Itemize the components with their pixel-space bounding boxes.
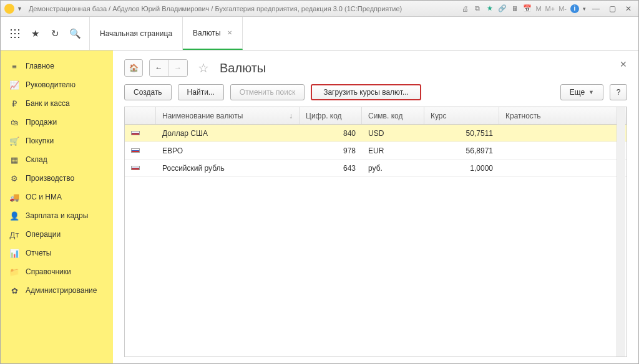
load-rates-button[interactable]: Загрузить курсы валют... bbox=[311, 84, 421, 100]
cell-num: 978 bbox=[300, 142, 362, 159]
tab-currencies[interactable]: Валюты ✕ bbox=[183, 17, 243, 50]
sidebar: ≡Главное📈Руководителю₽Банк и касса🛍Прода… bbox=[1, 50, 113, 363]
home-button[interactable]: 🏠 bbox=[124, 59, 143, 77]
sidebar-item-label: Продажи bbox=[26, 118, 57, 127]
main-area: ≡Главное📈Руководителю₽Банк и касса🛍Прода… bbox=[1, 50, 638, 363]
titlebar: ▼ Демонстрационная база / Абдулов Юрий В… bbox=[1, 1, 638, 17]
table-body: Доллар США840USD50,7511ЕВРО978EUR56,8971… bbox=[125, 125, 627, 177]
sidebar-item-0[interactable]: ≡Главное bbox=[1, 57, 113, 75]
sidebar-item-9[interactable]: ДтОперации bbox=[1, 225, 113, 244]
find-button[interactable]: Найти... bbox=[178, 84, 224, 100]
more-button[interactable]: Еще▼ bbox=[560, 84, 603, 100]
sidebar-item-label: Справочники bbox=[26, 267, 71, 276]
minimize-button[interactable]: — bbox=[590, 4, 602, 14]
cell-sym: EUR bbox=[362, 142, 424, 159]
cell-mult bbox=[499, 142, 627, 159]
close-window-button[interactable]: ✕ bbox=[622, 4, 635, 14]
content: ✕ 🏠 ← → ☆ Валюты Создать Найти... Отмени… bbox=[113, 50, 638, 363]
sidebar-item-2[interactable]: ₽Банк и касса bbox=[1, 94, 113, 113]
toolbar: ★ ↻ 🔍 Начальная страница Валюты ✕ bbox=[1, 17, 638, 50]
app-menu-dropdown[interactable]: ▼ bbox=[17, 6, 22, 12]
col-mult[interactable]: Кратность bbox=[499, 107, 627, 124]
info-dropdown[interactable]: ▾ bbox=[583, 6, 586, 12]
sidebar-item-icon: Дт bbox=[9, 229, 19, 239]
sidebar-item-icon: ✿ bbox=[9, 285, 19, 295]
sidebar-item-icon: 🛒 bbox=[9, 136, 19, 146]
link-icon[interactable]: 🔗 bbox=[498, 4, 507, 13]
sidebar-item-4[interactable]: 🛒Покупки bbox=[1, 132, 113, 150]
sidebar-item-11[interactable]: 📁Справочники bbox=[1, 262, 113, 281]
sidebar-item-icon: 📁 bbox=[9, 267, 19, 277]
cell-rate: 56,8971 bbox=[424, 142, 499, 159]
tab-close-icon[interactable]: ✕ bbox=[227, 29, 232, 36]
favorite-toggle-icon[interactable]: ★ bbox=[485, 4, 494, 13]
sidebar-item-8[interactable]: 👤Зарплата и кадры bbox=[1, 206, 113, 225]
sidebar-item-7[interactable]: 🚚ОС и НМА bbox=[1, 188, 113, 206]
sidebar-item-12[interactable]: ✿Администрирование bbox=[1, 281, 113, 300]
col-num[interactable]: Цифр. код bbox=[300, 107, 362, 124]
search-icon[interactable]: 🔍 bbox=[69, 28, 80, 39]
command-bar: Создать Найти... Отменить поиск Загрузит… bbox=[124, 84, 627, 100]
sidebar-item-label: Банк и касса bbox=[26, 99, 70, 108]
sidebar-item-icon: ▦ bbox=[9, 155, 19, 165]
page-head: 🏠 ← → ☆ Валюты bbox=[124, 59, 627, 77]
table-row[interactable]: Доллар США840USD50,7511 bbox=[125, 125, 627, 142]
compare-icon[interactable]: ⧉ bbox=[473, 4, 482, 13]
cell-sym: руб. bbox=[362, 160, 424, 176]
page-close-icon[interactable]: ✕ bbox=[620, 59, 627, 69]
sidebar-item-6[interactable]: ⚙Производство bbox=[1, 169, 113, 188]
sidebar-item-icon: ≡ bbox=[9, 61, 19, 71]
cell-rate: 1,0000 bbox=[424, 160, 499, 176]
sidebar-item-icon: 🚚 bbox=[9, 192, 19, 202]
titlebar-right: 🖨 ⧉ ★ 🔗 🖩 📅 M M+ M- i ▾ — ▢ ✕ bbox=[461, 4, 635, 14]
table-row[interactable]: ЕВРО978EUR56,8971 bbox=[125, 142, 627, 160]
sidebar-item-label: Склад bbox=[26, 155, 47, 164]
cell-mult bbox=[499, 125, 627, 141]
tab-home[interactable]: Начальная страница bbox=[90, 17, 183, 50]
favorite-page-icon[interactable]: ☆ bbox=[198, 60, 209, 75]
sidebar-item-icon: ⚙ bbox=[9, 173, 19, 183]
apps-icon[interactable] bbox=[9, 28, 21, 39]
sidebar-item-label: Руководителю bbox=[26, 80, 76, 89]
cell-sym: USD bbox=[362, 125, 424, 141]
mem-mplus[interactable]: M+ bbox=[545, 5, 555, 12]
star-icon[interactable]: ★ bbox=[29, 28, 41, 39]
mem-mminus[interactable]: M- bbox=[559, 5, 567, 12]
sidebar-item-label: Покупки bbox=[26, 136, 54, 145]
info-icon[interactable]: i bbox=[570, 4, 579, 13]
sidebar-item-icon: 📊 bbox=[9, 248, 19, 258]
sidebar-item-5[interactable]: ▦Склад bbox=[1, 150, 113, 169]
create-button[interactable]: Создать bbox=[124, 84, 172, 100]
help-button[interactable]: ? bbox=[610, 84, 627, 100]
cell-mult bbox=[499, 160, 627, 176]
col-sym[interactable]: Симв. код bbox=[362, 107, 424, 124]
forward-button[interactable]: → bbox=[168, 60, 187, 76]
sidebar-item-10[interactable]: 📊Отчеты bbox=[1, 244, 113, 262]
currency-flag-icon bbox=[131, 131, 140, 135]
col-icon[interactable] bbox=[125, 107, 156, 124]
currency-flag-icon bbox=[131, 148, 140, 153]
cell-name: Российский рубль bbox=[156, 160, 300, 176]
sidebar-item-icon: ₽ bbox=[9, 98, 19, 108]
sort-icon: ↓ bbox=[289, 112, 293, 120]
print-icon[interactable]: 🖨 bbox=[461, 4, 469, 13]
mem-m[interactable]: M bbox=[535, 5, 541, 12]
sidebar-item-label: Главное bbox=[26, 62, 54, 70]
table-header: Наименование валюты↓ Цифр. код Симв. код… bbox=[125, 107, 627, 125]
col-name[interactable]: Наименование валюты↓ bbox=[156, 107, 300, 124]
calc-icon[interactable]: 🖩 bbox=[510, 4, 519, 13]
history-icon[interactable]: ↻ bbox=[49, 28, 61, 39]
maximize-button[interactable]: ▢ bbox=[606, 4, 618, 14]
back-button[interactable]: ← bbox=[150, 60, 168, 76]
vertical-scrollbar[interactable] bbox=[617, 107, 625, 357]
currency-table: Наименование валюты↓ Цифр. код Симв. код… bbox=[124, 107, 627, 357]
table-row[interactable]: Российский рубль643руб.1,0000 bbox=[125, 160, 627, 177]
sidebar-item-1[interactable]: 📈Руководителю bbox=[1, 75, 113, 94]
row-icon-cell bbox=[125, 160, 156, 176]
calendar-icon[interactable]: 📅 bbox=[523, 4, 532, 13]
sidebar-item-3[interactable]: 🛍Продажи bbox=[1, 113, 113, 132]
app-icon bbox=[4, 4, 14, 14]
cancel-find-button[interactable]: Отменить поиск bbox=[230, 84, 305, 100]
sidebar-item-label: ОС и НМА bbox=[26, 193, 62, 201]
col-rate[interactable]: Курс bbox=[424, 107, 499, 124]
